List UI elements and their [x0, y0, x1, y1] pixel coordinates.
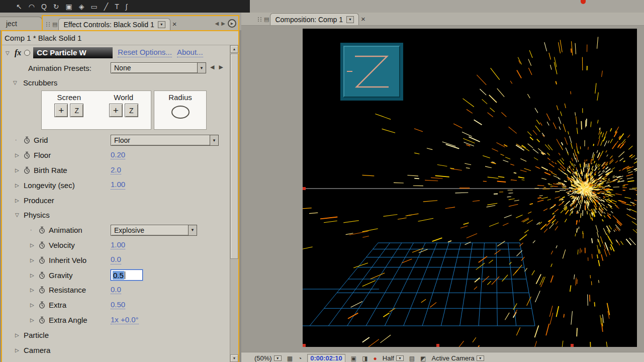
screen-z-scrubber-button[interactable]: Z [70, 104, 83, 117]
expander-icon[interactable]: ▷ [15, 152, 24, 158]
scrollbar[interactable]: ▲ ▼ [230, 45, 238, 362]
value-longevity-sec[interactable]: 1.00 [111, 180, 125, 190]
stopwatch-icon[interactable] [39, 286, 49, 294]
region-of-interest-icon[interactable]: ▤ [409, 355, 415, 362]
show-channel-icon[interactable]: ● [374, 355, 377, 362]
pen-tool-icon[interactable]: ╱ [104, 3, 108, 10]
value-extra-angle[interactable]: 1x +0.0° [111, 316, 139, 325]
close-tab-icon[interactable]: × [172, 20, 177, 28]
scrubbers-twirl-icon[interactable]: ▽ [13, 80, 19, 85]
stopwatch-icon[interactable] [24, 151, 34, 159]
stopwatch-icon[interactable] [39, 272, 49, 279]
world-xy-scrubber-button[interactable]: + [109, 104, 123, 117]
selection-tool-icon[interactable]: ↖ [16, 3, 22, 10]
layer-handle[interactable] [303, 187, 306, 190]
fx-badge-icon[interactable]: fx [15, 48, 21, 57]
scroll-up-icon[interactable]: ▲ [230, 45, 238, 53]
text-caret [125, 272, 125, 279]
chevron-down-icon[interactable]: ▼ [210, 135, 218, 145]
tab-effect-controls[interactable]: Effect Controls: Black Solid 1 ▼ [58, 18, 170, 30]
zoom-tool-icon[interactable]: Q [41, 3, 47, 10]
value-resistance[interactable]: 0.0 [111, 286, 121, 295]
expander-icon[interactable]: ▷ [15, 183, 24, 188]
camera-tool-icon[interactable]: ▣ [66, 3, 72, 10]
expander-icon[interactable]: ▷ [15, 332, 24, 338]
effect-name[interactable]: CC Particle W [33, 47, 113, 58]
scroll-down-icon[interactable]: ▼ [230, 354, 238, 362]
stopwatch-icon[interactable] [39, 316, 49, 324]
radius-scrubber-button[interactable] [171, 106, 190, 119]
brush-tool-icon[interactable]: ∫ [126, 3, 128, 10]
chevron-down-icon[interactable]: ▼ [188, 225, 197, 235]
panel-icon: ▤ [52, 21, 57, 28]
transparency-grid-icon[interactable]: ◩ [420, 355, 426, 362]
reset-options-link[interactable]: Reset Options... [118, 48, 172, 57]
stopwatch-icon[interactable] [39, 301, 49, 309]
mask-tool-icon[interactable]: ▭ [91, 3, 98, 10]
animation-presets-dropdown[interactable]: None ▼ [111, 62, 206, 73]
tab-project[interactable]: ject [0, 17, 42, 30]
expander-icon[interactable]: ▷ [15, 198, 24, 203]
dropdown-animation[interactable]: Explosive▼ [111, 225, 197, 236]
stopwatch-icon[interactable] [39, 256, 49, 264]
expander-icon[interactable]: ▷ [15, 167, 24, 173]
expander-icon[interactable]: ▷ [30, 257, 39, 263]
value-floor[interactable]: 0.20 [111, 151, 125, 160]
panel-grip-icon[interactable] [46, 22, 50, 27]
tab-menu-icon[interactable]: ▼ [158, 21, 165, 28]
camera-view-dropdown[interactable]: Active Camera ▼ [432, 354, 484, 362]
layer-handle[interactable] [303, 344, 306, 347]
screen-xy-scrubber-button[interactable]: + [54, 104, 68, 117]
layer-handle[interactable] [436, 344, 439, 347]
expander-icon[interactable]: ▷ [30, 302, 39, 308]
mask-visibility-icon[interactable]: ◔ [298, 355, 302, 362]
magnification-dropdown[interactable]: (50%) ▼ [254, 354, 282, 362]
grid-options-icon[interactable]: ▦ [287, 355, 293, 362]
edit-field-gravity[interactable]: 0.5 [111, 269, 143, 281]
expander-icon[interactable]: ▷ [30, 287, 39, 293]
stopwatch-icon[interactable] [24, 166, 34, 174]
stopwatch-icon[interactable] [24, 136, 34, 144]
property-row-gravity: ▷Gravity0.5 [2, 267, 230, 283]
pan-behind-tool-icon[interactable]: ◈ [79, 3, 84, 10]
type-tool-icon[interactable]: T [115, 3, 119, 10]
prev-panel-icon[interactable]: ◀ [215, 21, 219, 26]
rotation-tool-icon[interactable]: ↻ [53, 3, 59, 10]
expander-icon[interactable]: ▽ [15, 212, 24, 218]
tab-composition[interactable]: Composition: Comp 1 ▼ [270, 13, 359, 25]
tab-menu-icon[interactable]: ▼ [346, 16, 354, 23]
composition-panel: ▤ Composition: Comp 1 ▼ × (50%) ▼ ▦ ◔ 0:… [241, 13, 644, 362]
next-preset-icon[interactable]: ▶ [219, 64, 223, 70]
hand-tool-icon[interactable]: ◠ [29, 3, 35, 10]
expander-icon[interactable]: ▷ [30, 242, 39, 248]
scrollbar-track[interactable] [230, 53, 238, 354]
expander-icon[interactable]: ▷ [15, 347, 24, 353]
snapshot-icon[interactable]: ▣ [351, 355, 356, 362]
layer-handle[interactable] [571, 344, 574, 347]
chevron-down-icon[interactable]: ▼ [197, 63, 206, 73]
value-extra[interactable]: 0.50 [111, 301, 125, 310]
current-time[interactable]: 0:00:02:10 [307, 354, 345, 362]
about-link[interactable]: About... [177, 48, 203, 57]
effect-twirl-icon[interactable]: ▽ [6, 50, 12, 56]
close-tab-icon[interactable]: × [361, 15, 365, 23]
panel-menu-icon[interactable]: ▶ [228, 19, 236, 28]
value-velocity[interactable]: 1.00 [111, 241, 125, 250]
previous-preset-icon[interactable]: ◀ [210, 64, 214, 70]
comp-canvas[interactable] [303, 29, 637, 347]
show-snapshot-icon[interactable]: ◨ [362, 355, 367, 362]
resolution-dropdown[interactable]: Half ▼ [383, 354, 404, 362]
property-label: Particle [24, 331, 49, 339]
panel-grip-icon[interactable] [257, 17, 262, 22]
value-inherit-velo[interactable]: 0.0 [111, 255, 121, 264]
next-panel-icon[interactable]: ▶ [221, 21, 225, 26]
effect-enabled-icon[interactable] [24, 50, 30, 56]
expander-icon[interactable]: ▷ [30, 273, 39, 278]
stopwatch-icon[interactable] [39, 226, 49, 234]
expander-icon[interactable]: ▷ [30, 317, 39, 323]
world-z-scrubber-button[interactable]: Z [125, 104, 138, 117]
scrollbar-thumb[interactable] [230, 54, 238, 259]
value-birth-rate[interactable]: 2.0 [111, 166, 121, 175]
dropdown-grid[interactable]: Floor▼ [111, 135, 219, 146]
stopwatch-icon[interactable] [39, 241, 49, 249]
